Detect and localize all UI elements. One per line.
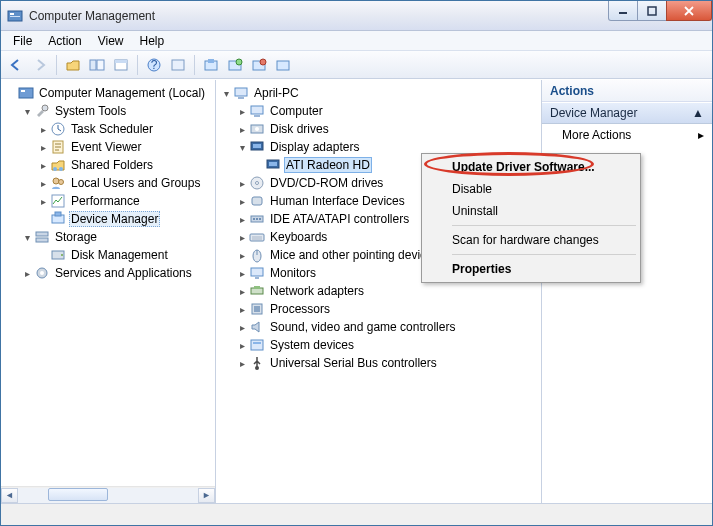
menu-file[interactable]: File — [5, 32, 40, 50]
properties-button[interactable] — [110, 54, 132, 76]
sound-icon — [249, 319, 265, 335]
tree-node-label: System Tools — [53, 104, 128, 118]
uninstall-button[interactable] — [248, 54, 270, 76]
tree-node[interactable]: ▸Sound, video and game controllers — [220, 318, 541, 336]
menu-view[interactable]: View — [90, 32, 132, 50]
actions-more-item[interactable]: More Actions ▸ — [542, 124, 712, 146]
help-button[interactable]: ? — [143, 54, 165, 76]
maximize-button[interactable] — [637, 1, 667, 21]
svg-point-42 — [255, 127, 259, 131]
expander-icon[interactable]: ▸ — [37, 160, 49, 171]
expander-icon[interactable]: ▸ — [236, 214, 248, 225]
back-button[interactable] — [5, 54, 27, 76]
expander-icon[interactable]: ▾ — [21, 232, 33, 243]
expander-icon[interactable]: ▸ — [236, 250, 248, 261]
tree-node-label: Computer Management (Local) — [37, 86, 207, 100]
toolbar-icon[interactable] — [272, 54, 294, 76]
minimize-button[interactable] — [608, 1, 638, 21]
tree-node-label: System devices — [268, 338, 356, 352]
tree-node-label: Device Manager — [69, 211, 160, 227]
context-menu-item[interactable]: Update Driver Software... — [424, 156, 638, 178]
expander-icon[interactable]: ▸ — [236, 304, 248, 315]
expander-icon[interactable]: ▸ — [21, 268, 33, 279]
expander-icon[interactable]: ▸ — [236, 178, 248, 189]
display-icon — [265, 157, 281, 173]
svg-point-21 — [42, 105, 48, 111]
expander-icon[interactable]: ▸ — [236, 106, 248, 117]
tree-node[interactable]: ▸Event Viewer — [5, 138, 215, 156]
tree-node[interactable]: ▸Task Scheduler — [5, 120, 215, 138]
expander-icon[interactable]: ▸ — [236, 196, 248, 207]
actions-section[interactable]: Device Manager ▲ — [542, 102, 712, 124]
display-icon — [249, 139, 265, 155]
tree-node[interactable]: ▸Services and Applications — [5, 264, 215, 282]
expander-icon[interactable]: ▸ — [236, 286, 248, 297]
scroll-right-button[interactable]: ► — [198, 488, 215, 503]
tree-node[interactable]: ▸System devices — [220, 336, 541, 354]
titlebar[interactable]: Computer Management — [1, 1, 712, 31]
tree-node[interactable]: ▸Local Users and Groups — [5, 174, 215, 192]
expander-icon[interactable]: ▾ — [236, 142, 248, 153]
svg-rect-11 — [172, 60, 184, 70]
context-menu-item[interactable]: Uninstall — [424, 200, 638, 222]
close-button[interactable] — [666, 1, 712, 21]
svg-rect-37 — [235, 88, 247, 96]
expander-icon[interactable]: ▸ — [236, 268, 248, 279]
toolbar-icon[interactable] — [167, 54, 189, 76]
toolbar-icon[interactable] — [200, 54, 222, 76]
hscrollbar[interactable]: ◄ ► — [1, 486, 215, 503]
event-icon — [50, 139, 66, 155]
tree-node[interactable]: ▸Processors — [220, 300, 541, 318]
expander-icon[interactable]: ▸ — [37, 178, 49, 189]
tree-node[interactable]: ▾Storage — [5, 228, 215, 246]
perf-icon — [50, 193, 66, 209]
svg-rect-28 — [52, 195, 64, 207]
tree-node[interactable]: ▸Shared Folders — [5, 156, 215, 174]
svg-rect-53 — [259, 218, 261, 220]
menu-help[interactable]: Help — [132, 32, 173, 50]
scroll-left-button[interactable]: ◄ — [1, 488, 18, 503]
expander-icon[interactable]: ▸ — [236, 358, 248, 369]
scroll-thumb[interactable] — [48, 488, 108, 501]
tree-node[interactable]: ▸Network adapters — [220, 282, 541, 300]
svg-point-17 — [260, 59, 266, 65]
context-menu-item[interactable]: Properties — [424, 258, 638, 280]
up-folder-button[interactable] — [62, 54, 84, 76]
expander-icon[interactable]: ▸ — [236, 340, 248, 351]
expander-icon[interactable]: ▸ — [37, 124, 49, 135]
console-tree-pane: Computer Management (Local)▾System Tools… — [1, 80, 216, 503]
expander-icon[interactable]: ▸ — [236, 322, 248, 333]
tree-node[interactable]: ▸Computer — [220, 102, 541, 120]
toolbar: ? — [1, 51, 712, 79]
tree-node-label: Task Scheduler — [69, 122, 155, 136]
tree-node[interactable]: Device Manager — [5, 210, 215, 228]
scan-button[interactable] — [224, 54, 246, 76]
expander-icon[interactable]: ▸ — [37, 142, 49, 153]
tree-node[interactable]: Disk Management — [5, 246, 215, 264]
expander-icon[interactable]: ▾ — [21, 106, 33, 117]
diskdrv-icon — [249, 121, 265, 137]
expander-icon[interactable]: ▸ — [37, 196, 49, 207]
expander-icon[interactable]: ▸ — [236, 232, 248, 243]
tree-node[interactable]: Computer Management (Local) — [5, 84, 215, 102]
menu-action[interactable]: Action — [40, 32, 89, 50]
scroll-track[interactable] — [18, 488, 198, 503]
tree-node[interactable]: ▸Universal Serial Bus controllers — [220, 354, 541, 372]
show-hide-tree-button[interactable] — [86, 54, 108, 76]
context-menu-item[interactable]: Disable — [424, 178, 638, 200]
expander-icon[interactable]: ▸ — [236, 124, 248, 135]
statusbar — [1, 503, 712, 525]
tree-node[interactable]: ▸Performance — [5, 192, 215, 210]
tree-node[interactable]: ▾April-PC — [220, 84, 541, 102]
console-tree[interactable]: Computer Management (Local)▾System Tools… — [1, 80, 215, 286]
tree-node[interactable]: ▸Disk drives — [220, 120, 541, 138]
tree-node[interactable]: ▾System Tools — [5, 102, 215, 120]
actions-section-label: Device Manager — [550, 106, 637, 120]
context-menu-item[interactable]: Scan for hardware changes — [424, 229, 638, 251]
forward-button[interactable] — [29, 54, 51, 76]
cpu-icon — [249, 301, 265, 317]
expander-icon[interactable]: ▾ — [220, 88, 232, 99]
svg-rect-46 — [269, 162, 277, 166]
ide-icon — [249, 211, 265, 227]
svg-point-48 — [256, 182, 259, 185]
